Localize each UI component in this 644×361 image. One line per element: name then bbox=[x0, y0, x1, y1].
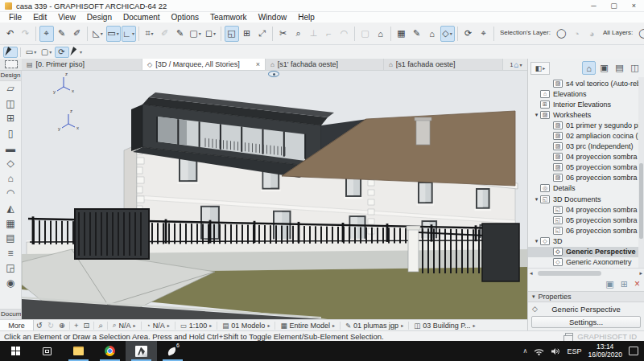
surface-paint-icon[interactable]: ✎ bbox=[410, 26, 424, 42]
maximize-button[interactable]: ▢ bbox=[604, 0, 624, 11]
scroll-left-icon[interactable]: ◂ bbox=[530, 270, 533, 277]
task-view-button[interactable] bbox=[31, 341, 63, 361]
wifi-icon[interactable] bbox=[534, 347, 544, 355]
shell-tool-icon[interactable]: ◠ bbox=[2, 186, 20, 201]
orientation-control[interactable]: ◔N/A▸ bbox=[143, 321, 173, 330]
fit-icon[interactable]: ⊡ bbox=[80, 321, 92, 330]
app-badge-6[interactable]: 6 bbox=[157, 341, 188, 361]
minimize-button[interactable]: ─ bbox=[584, 0, 604, 11]
syringe-icon[interactable]: ✐ bbox=[70, 26, 85, 42]
navigator-tree-item[interactable]: ▨s4 vol teorico (Auto-rebuild Mo bbox=[528, 78, 638, 88]
navigator-tree-item[interactable]: ◇Generic Perspective bbox=[528, 247, 638, 257]
start-button[interactable] bbox=[0, 341, 31, 361]
navigator-tree-item[interactable]: ▾◇3D bbox=[528, 236, 638, 246]
project-map-icon[interactable]: ⌂ bbox=[582, 61, 596, 75]
stair-tool-icon[interactable]: ≡ bbox=[2, 246, 20, 261]
publisher-icon[interactable]: ◫ bbox=[628, 61, 642, 75]
layer-combination-control[interactable]: ▤01 Modelo▸ bbox=[219, 321, 273, 330]
menu-document[interactable]: Document bbox=[118, 13, 166, 23]
navigator-tree-item[interactable]: ▾◱3D Documents bbox=[528, 194, 638, 204]
popup-navigator-button[interactable]: ◧▸ bbox=[530, 62, 550, 75]
object-tool-icon[interactable]: ◲ bbox=[2, 260, 20, 276]
zoom-level-control[interactable]: ⌕N/A▸ bbox=[109, 321, 139, 330]
tab-preview-eye-icon[interactable] bbox=[268, 71, 279, 77]
hidden-icons-chevron[interactable]: ∧ bbox=[523, 347, 528, 355]
quick-select-icon[interactable]: ▾ bbox=[70, 47, 85, 58]
navigator-tree-item[interactable]: ▨04 proyeccion sombra sur (Inde bbox=[528, 152, 638, 162]
split-icon[interactable]: ✂ bbox=[276, 26, 291, 42]
settings-button[interactable]: Settings... bbox=[531, 316, 641, 328]
orbit-mode-icon[interactable]: ⟳ bbox=[55, 47, 69, 58]
beam-tool-icon[interactable]: ▬ bbox=[2, 141, 20, 156]
menu-options[interactable]: Options bbox=[166, 13, 204, 23]
mesh-tool-icon[interactable]: ▦ bbox=[2, 215, 20, 231]
chrome[interactable] bbox=[94, 341, 126, 361]
history-back-icon[interactable]: ↺ bbox=[34, 321, 45, 330]
orbit-icon[interactable]: ⟳ bbox=[461, 26, 476, 42]
tab-s1p-fachada-oeste[interactable]: ⌂[s1' fachada oeste] bbox=[266, 59, 384, 70]
navigator-tree-item[interactable]: ◱04 proyeccion sombra sur (Man bbox=[528, 204, 638, 215]
marquee-options-icon[interactable]: ▢▾ bbox=[188, 26, 203, 42]
viewport-3d[interactable]: z y x z y x bbox=[22, 71, 527, 319]
adjust-icon[interactable]: ⌕ bbox=[291, 26, 306, 42]
tab-close-icon[interactable]: × bbox=[252, 60, 260, 68]
menu-view[interactable]: View bbox=[52, 13, 81, 23]
layout-switcher-button[interactable]: 1⌂▾ bbox=[505, 59, 527, 70]
slab-tool-icon[interactable]: ◇ bbox=[2, 156, 20, 171]
tab-3d-marquee[interactable]: ◇[3D / Marquee, All Stories]× bbox=[142, 59, 266, 70]
navigator-tree-item[interactable]: ▨01 primer y segundo piso (Indep bbox=[528, 120, 638, 130]
all-layers-show-icon[interactable]: ◯ bbox=[637, 26, 644, 42]
archicad[interactable] bbox=[126, 341, 157, 361]
home-view-icon[interactable]: ⌂ bbox=[374, 26, 388, 42]
find-select-icon[interactable]: ⌕ bbox=[96, 321, 105, 330]
toolbox-footer-document[interactable]: Docume bbox=[0, 309, 21, 319]
layout-book-icon[interactable]: ▤ bbox=[613, 61, 626, 75]
door-tool-icon[interactable]: ◫ bbox=[2, 96, 20, 112]
navigator-tree-item[interactable]: ◎Details bbox=[528, 183, 638, 194]
marquee-method-icon[interactable]: ▢▾ bbox=[39, 47, 54, 58]
pan-icon[interactable]: + bbox=[72, 321, 81, 330]
new-viewpoint-icon[interactable]: ⊞ bbox=[621, 279, 628, 289]
suspend-groups-icon[interactable]: ◱ bbox=[225, 26, 239, 42]
snap-points-icon[interactable]: ∟▾ bbox=[122, 26, 136, 42]
navigator-tree-item[interactable]: ▨02 ampliacion cocina (Independ bbox=[528, 130, 638, 141]
graphisoft-id[interactable]: GRAPHISOFT ID bbox=[565, 332, 640, 341]
wall-tool-icon[interactable]: ▱ bbox=[2, 81, 20, 96]
speaker-icon[interactable] bbox=[551, 347, 560, 355]
stretch-icon[interactable]: ⤢ bbox=[255, 26, 270, 42]
menu-help[interactable]: Help bbox=[292, 13, 320, 23]
navigator-tree-item[interactable]: ▾▨Worksheets bbox=[528, 109, 638, 120]
pen-set-control[interactable]: ✎01 plumas jgp▸ bbox=[342, 321, 407, 330]
guide-lines-icon[interactable]: ◺▾ bbox=[91, 26, 105, 42]
menu-design[interactable]: Design bbox=[81, 13, 118, 23]
layers-dialog-icon[interactable]: ▦ bbox=[394, 26, 409, 42]
navigator-tree-item[interactable]: ◇Generic Axonometry bbox=[528, 257, 638, 268]
menu-edit[interactable]: Edit bbox=[27, 13, 52, 23]
lock-icon[interactable]: ◻▾ bbox=[204, 26, 218, 42]
view-map-icon[interactable]: ▣ bbox=[597, 61, 611, 75]
window-tool-icon[interactable]: ⊞ bbox=[2, 111, 20, 126]
tab-s1-fachada-oeste[interactable]: ⌂[s1 fachada oeste] bbox=[384, 59, 503, 70]
tree-horizontal-scrollbar[interactable]: ◂ ▸ bbox=[528, 268, 644, 277]
navigator-tree-item[interactable]: ⊞Interior Elevations bbox=[528, 99, 638, 109]
clock[interactable]: 13:14 16/09/2020 bbox=[588, 343, 622, 359]
navigator-tree-item[interactable]: ▨06 proyeccion sombra occidente bbox=[528, 173, 638, 183]
snap-guides-icon[interactable]: ▭▾ bbox=[106, 26, 121, 42]
scroll-right-icon[interactable]: ▸ bbox=[639, 270, 642, 277]
navigator-tree-item[interactable]: ⌂Elevations bbox=[528, 88, 638, 99]
action-center-icon[interactable] bbox=[629, 347, 638, 355]
home-story-icon[interactable]: ⌂ bbox=[425, 26, 440, 42]
language-indicator[interactable]: ESP bbox=[567, 347, 581, 355]
scale-control[interactable]: ▭1:100▸ bbox=[177, 321, 216, 330]
selection-method-icon[interactable]: ▭▾ bbox=[24, 47, 39, 58]
file-explorer[interactable] bbox=[63, 341, 94, 361]
tab-primer-piso[interactable]: ▤[0. Primer piso] bbox=[22, 59, 142, 70]
navigator-tree-item[interactable]: ◱05 proyeccion sombra oriente ( bbox=[528, 215, 638, 225]
menu-file[interactable]: File bbox=[3, 13, 27, 23]
navigator-tree-item[interactable]: ▨05 proyeccion sombra oriente (l bbox=[528, 162, 638, 173]
eyedropper-icon[interactable]: ✎ bbox=[55, 26, 69, 42]
edit-dimensions-icon[interactable]: ⊞ bbox=[240, 26, 254, 42]
roof-tool-icon[interactable]: ⌂ bbox=[2, 171, 20, 187]
more-tab[interactable]: More bbox=[0, 320, 34, 331]
pick-up-parameters-icon[interactable]: ⌖ bbox=[39, 26, 54, 42]
